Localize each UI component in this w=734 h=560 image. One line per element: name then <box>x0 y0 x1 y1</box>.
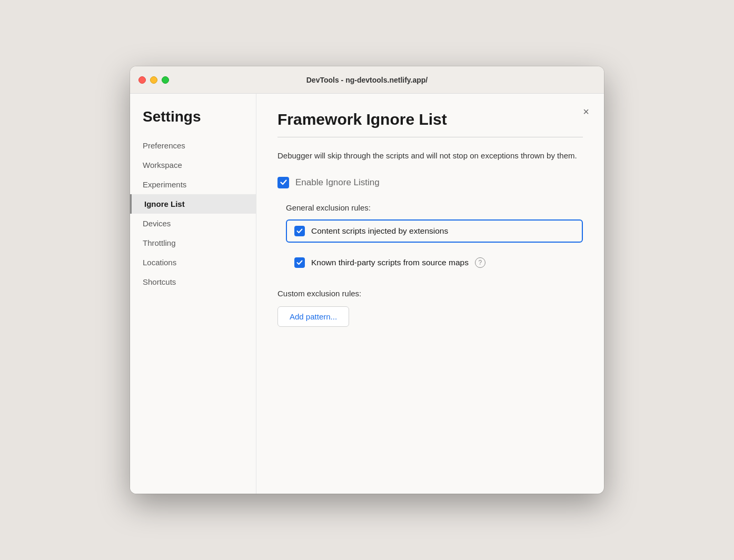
maximize-traffic-light[interactable] <box>162 76 169 84</box>
sidebar-item-devices[interactable]: Devices <box>130 214 256 233</box>
minimize-traffic-light[interactable] <box>150 76 157 84</box>
sidebar-item-workspace[interactable]: Workspace <box>130 155 256 175</box>
sidebar-item-shortcuts[interactable]: Shortcuts <box>130 272 256 292</box>
third-party-rule-row: Known third-party scripts from source ma… <box>286 251 583 274</box>
sidebar-item-ignore-list[interactable]: Ignore List <box>130 194 256 214</box>
content-scripts-checkbox[interactable] <box>294 226 305 236</box>
content-scripts-rule-row: Content scripts injected by extensions <box>286 219 583 243</box>
close-button[interactable]: × <box>579 104 593 119</box>
checkmark-icon <box>280 179 287 185</box>
content-scripts-label[interactable]: Content scripts injected by extensions <box>311 226 448 236</box>
checkmark-icon <box>296 260 303 265</box>
sidebar-item-experiments[interactable]: Experiments <box>130 175 256 194</box>
sidebar-heading: Settings <box>130 104 256 136</box>
window-title: DevTools - ng-devtools.netlify.app/ <box>306 76 428 84</box>
sidebar-item-throttling[interactable]: Throttling <box>130 233 256 253</box>
page-title: Framework Ignore List <box>277 111 583 128</box>
enable-ignore-listing-checkbox[interactable] <box>277 177 289 188</box>
help-icon[interactable]: ? <box>475 257 485 268</box>
exclusion-rules-section: General exclusion rules: Content scripts… <box>277 203 583 274</box>
enable-ignore-listing-row: Enable Ignore Listing <box>277 177 583 188</box>
sidebar-item-locations[interactable]: Locations <box>130 253 256 272</box>
sidebar: Settings Preferences Workspace Experimen… <box>130 94 256 494</box>
custom-exclusion-label: Custom exclusion rules: <box>277 289 583 298</box>
window-body: Settings Preferences Workspace Experimen… <box>130 94 604 494</box>
add-pattern-button[interactable]: Add pattern... <box>277 306 349 327</box>
third-party-checkbox[interactable] <box>294 257 305 268</box>
title-divider <box>277 137 583 137</box>
traffic-lights <box>138 76 169 84</box>
checkmark-icon <box>296 228 303 234</box>
main-content: × Framework Ignore List Debugger will sk… <box>256 94 604 494</box>
general-exclusion-label: General exclusion rules: <box>286 203 583 212</box>
enable-ignore-listing-label[interactable]: Enable Ignore Listing <box>295 177 380 188</box>
titlebar: DevTools - ng-devtools.netlify.app/ <box>130 66 604 94</box>
help-question-mark: ? <box>479 259 482 266</box>
sidebar-item-preferences[interactable]: Preferences <box>130 136 256 155</box>
third-party-label[interactable]: Known third-party scripts from source ma… <box>311 258 469 267</box>
devtools-window: DevTools - ng-devtools.netlify.app/ Sett… <box>130 66 604 494</box>
close-traffic-light[interactable] <box>138 76 146 84</box>
description-text: Debugger will skip through the scripts a… <box>277 150 583 162</box>
